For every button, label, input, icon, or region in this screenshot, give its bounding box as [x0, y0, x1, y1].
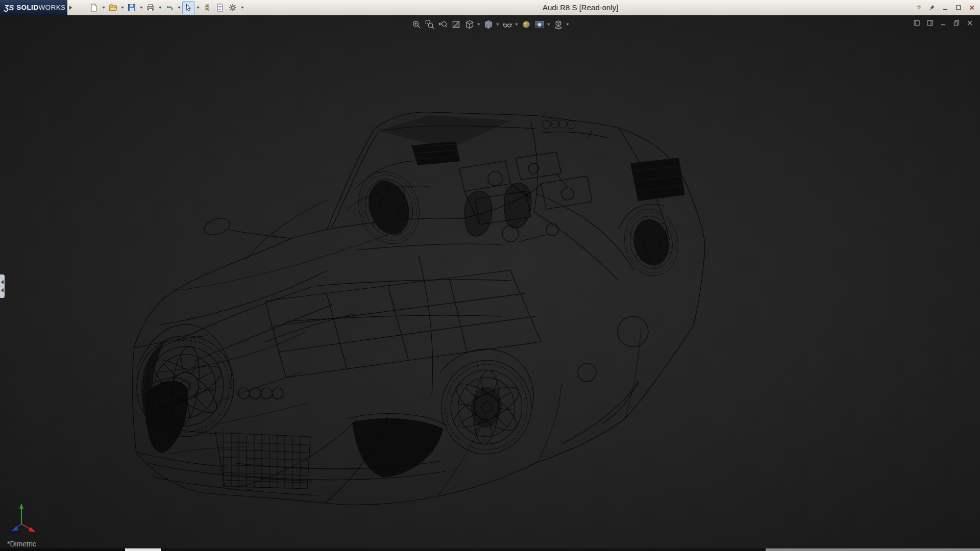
- apply-scene-icon: [534, 19, 545, 30]
- hide-show-items-dropdown[interactable]: [514, 18, 519, 31]
- view-orientation-label: *Dimetric: [7, 540, 36, 548]
- pin-button[interactable]: [926, 3, 938, 13]
- taskbar-segment: [0, 548, 125, 551]
- minimize-button[interactable]: [940, 3, 951, 13]
- print-button[interactable]: [144, 1, 157, 14]
- document-window-controls: [912, 18, 975, 28]
- gear-icon: [228, 3, 237, 12]
- section-view-icon: [451, 19, 461, 30]
- view-orientation-dropdown[interactable]: [476, 18, 481, 31]
- undo-dropdown[interactable]: [176, 1, 182, 14]
- select-tool-dropdown[interactable]: [195, 1, 201, 14]
- hide-show-glasses-icon: [502, 19, 512, 30]
- chevron-left-icon: [1, 280, 4, 284]
- pane-left-icon: [913, 19, 920, 27]
- zoom-to-area-button[interactable]: [423, 18, 436, 31]
- undo-arrow-icon: [165, 3, 174, 12]
- previous-view-icon: [438, 19, 448, 30]
- chevron-right-icon: [69, 6, 72, 10]
- triad-x-arrow: [29, 527, 36, 532]
- maximize-button[interactable]: [953, 3, 964, 13]
- options-dropdown[interactable]: [239, 1, 245, 14]
- select-tool-button[interactable]: [182, 1, 194, 14]
- hide-show-items-button[interactable]: [501, 18, 513, 31]
- brand-name-light: WORKS: [38, 4, 65, 11]
- toggle-right-pane-button[interactable]: [925, 18, 935, 28]
- section-view-button[interactable]: [450, 18, 462, 31]
- model-wireframe-audi-r8[interactable]: [0, 15, 980, 548]
- doc-close-button[interactable]: [965, 18, 975, 28]
- taskbar-segment: [125, 548, 161, 551]
- zoom-to-fit-icon: [411, 19, 422, 30]
- options-button[interactable]: [227, 1, 239, 14]
- rebuild-stoplight-icon: [203, 3, 212, 12]
- view-settings-button[interactable]: [552, 18, 565, 31]
- edit-appearance-button[interactable]: [520, 18, 532, 31]
- save-button[interactable]: [126, 1, 138, 14]
- solidworks-logo: ƷS SOLIDWORKS: [0, 0, 67, 15]
- save-icon: [127, 3, 136, 12]
- new-document-button[interactable]: [88, 1, 100, 14]
- toggle-left-pane-button[interactable]: [912, 18, 922, 28]
- rebuild-button[interactable]: [201, 1, 213, 14]
- close-button[interactable]: [966, 3, 977, 13]
- triad-y-arrow: [19, 504, 23, 509]
- apply-scene-button[interactable]: [533, 18, 546, 31]
- new-document-icon: [89, 3, 99, 12]
- pin-icon: [929, 5, 935, 11]
- undo-button[interactable]: [163, 1, 176, 14]
- doc-restore-icon: [953, 19, 960, 27]
- pane-right-icon: [926, 19, 934, 27]
- print-dropdown[interactable]: [157, 1, 163, 14]
- maximize-icon: [955, 5, 962, 11]
- file-properties-icon: [215, 3, 225, 12]
- main-toolbar: [88, 1, 245, 14]
- taskbar-segment: [766, 548, 980, 551]
- close-icon: [969, 5, 975, 11]
- ds-logo-icon: ƷS: [4, 3, 14, 12]
- doc-minimize-icon: [940, 19, 947, 27]
- doc-restore-button[interactable]: [951, 18, 962, 28]
- view-orientation-cube-icon: [464, 19, 475, 30]
- display-style-button[interactable]: [482, 18, 495, 31]
- open-dropdown[interactable]: [119, 1, 125, 14]
- new-document-dropdown[interactable]: [101, 1, 106, 14]
- taskbar-sliver[interactable]: [0, 548, 980, 551]
- minimize-icon: [942, 5, 948, 11]
- featuremanager-splitter[interactable]: [0, 274, 5, 298]
- zoom-to-area-icon: [425, 19, 435, 30]
- cursor-arrow-icon: [184, 3, 193, 12]
- display-style-dropdown[interactable]: [495, 18, 500, 31]
- printer-icon: [146, 3, 155, 12]
- zoom-to-fit-button[interactable]: [410, 18, 423, 31]
- apply-scene-dropdown[interactable]: [546, 18, 551, 31]
- edit-appearance-ball-icon: [521, 19, 531, 30]
- file-properties-button[interactable]: [214, 1, 226, 14]
- window-controls: ?: [913, 0, 977, 15]
- view-settings-icon: [553, 19, 564, 30]
- headsup-view-toolbar: [410, 18, 570, 31]
- doc-close-icon: [966, 19, 973, 27]
- help-button[interactable]: ?: [913, 3, 924, 13]
- save-dropdown[interactable]: [138, 1, 144, 14]
- taskbar-segment: [161, 548, 766, 551]
- reference-triad: [6, 501, 43, 538]
- doc-minimize-button[interactable]: [938, 18, 948, 28]
- display-style-icon: [483, 19, 494, 30]
- graphics-viewport[interactable]: *Dimetric: [0, 15, 980, 548]
- window-title: Audi R8 S [Read-only]: [543, 0, 618, 15]
- open-button[interactable]: [107, 1, 119, 14]
- open-folder-icon: [108, 3, 117, 12]
- menu-flyout-arrow[interactable]: [67, 0, 74, 15]
- view-settings-dropdown[interactable]: [565, 18, 570, 31]
- brand-name: SOLIDWORKS: [16, 4, 65, 11]
- previous-view-button[interactable]: [436, 18, 449, 31]
- chevron-left-icon: [1, 288, 4, 292]
- titlebar: ƷS SOLIDWORKS: [0, 0, 980, 15]
- brand-name-bold: SOLID: [16, 4, 38, 11]
- view-orientation-button[interactable]: [463, 18, 476, 31]
